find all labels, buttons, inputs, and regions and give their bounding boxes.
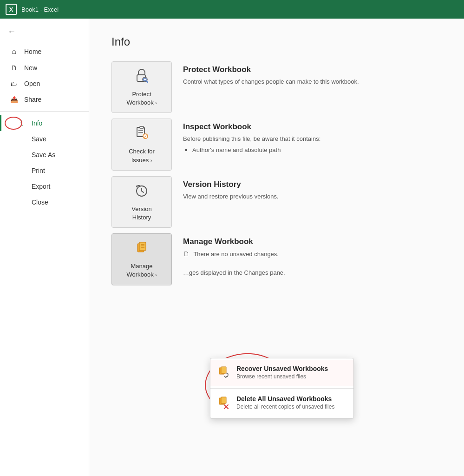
version-history-desc: View and restore previous versions. xyxy=(183,192,442,201)
recover-unsaved-icon xyxy=(218,366,231,382)
back-arrow-icon: ← xyxy=(7,27,16,37)
manage-workbook-section: ManageWorkbook › Manage Workbook 🗋 There… xyxy=(111,233,442,285)
sidebar-item-label: New xyxy=(24,64,37,72)
check-issues-icon: ✓ xyxy=(133,125,150,144)
sidebar-item-print[interactable]: Print xyxy=(0,163,89,178)
version-history-info: Version History View and restore previou… xyxy=(183,176,442,201)
open-icon: 🗁 xyxy=(9,80,19,87)
dropdown-divider xyxy=(210,388,353,389)
protect-workbook-section: ProtectWorkbook › Protect Workbook Contr… xyxy=(111,61,442,113)
manage-workbook-label: ManageWorkbook › xyxy=(126,262,157,279)
version-history-label: VersionHistory xyxy=(131,205,151,222)
content-area: Info ProtectWorkbook › Protect Workb xyxy=(89,19,464,476)
protect-workbook-title: Protect Workbook xyxy=(183,65,442,74)
manage-workbook-icon xyxy=(133,239,150,258)
sidebar-item-home[interactable]: ⌂ Home xyxy=(0,43,89,60)
recover-item-text: Recover Unsaved Workbooks Browse recent … xyxy=(236,365,346,380)
svg-rect-18 xyxy=(221,367,226,373)
sidebar-item-saveas[interactable]: Save As xyxy=(0,147,89,163)
sidebar-item-save[interactable]: Save xyxy=(0,131,89,147)
version-history-button[interactable]: VersionHistory xyxy=(111,176,172,228)
main-layout: ← ⌂ Home 🗋 New 🗁 Open 📤 Share ℹ Info xyxy=(0,19,464,476)
manage-workbook-title: Manage Workbook xyxy=(183,237,442,246)
sidebar-item-label: Info xyxy=(32,119,42,127)
inspect-workbook-section: ✓ Check forIssues › Inspect Workbook Bef… xyxy=(111,119,442,170)
sidebar-item-label: Print xyxy=(32,167,45,174)
protect-icon xyxy=(133,67,150,86)
sidebar-item-new[interactable]: 🗋 New xyxy=(0,60,89,76)
sidebar-item-label: Home xyxy=(24,48,41,55)
version-history-section: VersionHistory Version History View and … xyxy=(111,176,442,228)
sidebar-item-label: Save As xyxy=(32,151,55,159)
excel-logo: X xyxy=(6,4,17,15)
sidebar-item-label: Open xyxy=(24,80,40,87)
sidebar-item-share[interactable]: 📤 Share xyxy=(0,92,89,107)
svg-line-3 xyxy=(147,81,148,83)
page-title: Info xyxy=(111,35,442,48)
back-button[interactable]: ← xyxy=(0,22,89,41)
svg-rect-12 xyxy=(139,242,146,251)
protect-workbook-label: ProtectWorkbook › xyxy=(126,90,157,107)
sidebar-item-open[interactable]: 🗁 Open xyxy=(0,76,89,92)
svg-text:✓: ✓ xyxy=(144,134,147,139)
sidebar-divider xyxy=(0,111,89,112)
recover-item-desc: Browse recent unsaved files xyxy=(236,373,346,380)
sidebar-item-label: Close xyxy=(32,198,48,206)
info-icon: ℹ xyxy=(17,119,26,127)
share-icon: 📤 xyxy=(9,96,19,103)
sidebar-item-label: Share xyxy=(24,96,41,103)
no-unsaved-icon: 🗋 xyxy=(183,250,190,258)
app-title: Book1 - Excel xyxy=(21,6,59,13)
delete-item-desc: Delete all recent copies of unsaved file… xyxy=(236,403,346,410)
manage-workbook-info: Manage Workbook 🗋 There are no unsaved c… xyxy=(183,233,442,277)
inspect-workbook-title: Inspect Workbook xyxy=(183,122,442,132)
check-issues-button[interactable]: ✓ Check forIssues › xyxy=(111,119,172,170)
title-bar: X Book1 - Excel xyxy=(0,0,464,19)
version-history-icon xyxy=(133,182,150,201)
recover-unsaved-item[interactable]: Recover Unsaved Workbooks Browse recent … xyxy=(210,360,353,386)
new-icon: 🗋 xyxy=(9,64,19,72)
sidebar: ← ⌂ Home 🗋 New 🗁 Open 📤 Share ℹ Info xyxy=(0,19,89,476)
sidebar-item-export[interactable]: Export xyxy=(0,178,89,194)
inspect-workbook-info: Inspect Workbook Before publishing this … xyxy=(183,119,442,154)
sidebar-item-close[interactable]: Close xyxy=(0,194,89,210)
delete-unsaved-icon xyxy=(218,396,231,412)
extra-desc: …ges displayed in the Changes pane. xyxy=(183,269,285,276)
svg-rect-20 xyxy=(221,397,226,403)
delete-unsaved-item[interactable]: Delete All Unsaved Workbooks Delete all … xyxy=(210,390,353,416)
version-history-title: Version History xyxy=(183,180,442,189)
inspect-bullet-item: Author's name and absolute path xyxy=(192,145,442,155)
check-issues-label: Check forIssues › xyxy=(129,147,155,164)
inspect-workbook-desc: Before publishing this file, be aware th… xyxy=(183,134,442,154)
svg-rect-5 xyxy=(140,126,144,128)
protect-workbook-info: Protect Workbook Control what types of c… xyxy=(183,61,442,86)
delete-item-text: Delete All Unsaved Workbooks Delete all … xyxy=(236,395,346,410)
protect-workbook-desc: Control what types of changes people can… xyxy=(183,77,442,86)
home-icon: ⌂ xyxy=(9,47,19,56)
recover-item-title: Recover Unsaved Workbooks xyxy=(236,365,346,372)
delete-item-title: Delete All Unsaved Workbooks xyxy=(236,395,346,403)
manage-workbook-dropdown: Recover Unsaved Workbooks Browse recent … xyxy=(210,358,354,419)
manage-workbook-desc: 🗋 There are no unsaved changes. …ges dis… xyxy=(183,249,442,277)
manage-workbook-button[interactable]: ManageWorkbook › xyxy=(111,233,172,285)
sidebar-item-label: Export xyxy=(32,183,50,190)
sidebar-item-label: Save xyxy=(32,135,46,143)
sidebar-item-info[interactable]: ℹ Info xyxy=(0,115,89,131)
protect-workbook-button[interactable]: ProtectWorkbook › xyxy=(111,61,172,113)
